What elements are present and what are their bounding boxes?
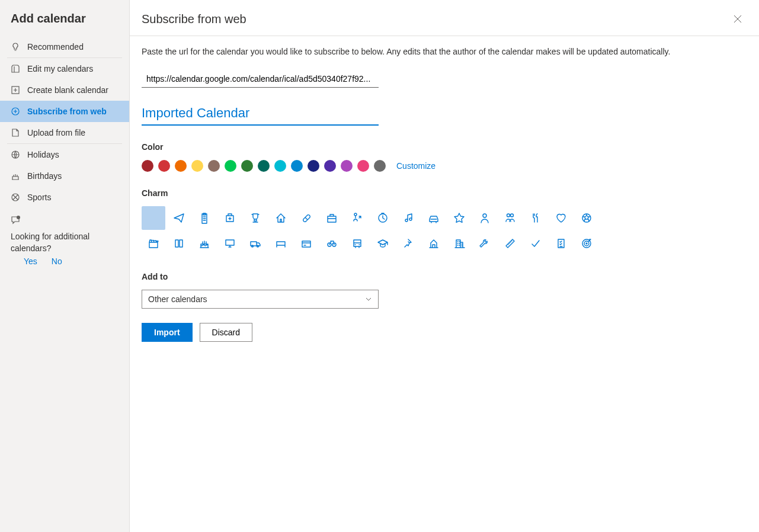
addto-value: Other calendars	[148, 294, 207, 304]
sidebar-item-birthdays[interactable]: Birthdays	[0, 165, 129, 187]
charm-soccer-icon[interactable]	[575, 206, 598, 230]
charm-wrench-icon[interactable]	[473, 232, 497, 255]
charm-briefcase-icon[interactable]	[320, 206, 344, 230]
charm-book-icon[interactable]	[167, 232, 191, 255]
sidebar-item-sports[interactable]: Sports	[0, 187, 129, 208]
customize-link[interactable]: Customize	[396, 161, 435, 171]
sidebar-item-label: Upload from file	[27, 128, 85, 137]
main-header: Subscribe from web	[130, 0, 759, 36]
color-swatch-6[interactable]	[241, 160, 253, 172]
charm-star-icon[interactable]	[447, 206, 471, 230]
charm-home-icon[interactable]	[269, 206, 293, 230]
sidebar: Add calendar Recommended Edit my calenda…	[0, 0, 130, 532]
addto-label: Add to	[142, 272, 747, 281]
page-title: Subscribe from web	[142, 12, 246, 26]
svg-point-4	[17, 216, 20, 219]
charm-fork-icon[interactable]	[524, 206, 547, 230]
close-button[interactable]	[731, 12, 745, 26]
charm-bus-icon[interactable]	[345, 232, 369, 255]
color-swatch-2[interactable]	[175, 160, 187, 172]
charm-pill-icon[interactable]	[294, 206, 318, 230]
charm-firstaid-icon[interactable]	[218, 206, 242, 230]
sidebar-footer: Looking for additional calendars? Yes No	[0, 208, 129, 273]
web-icon	[11, 107, 20, 116]
charm-target-icon[interactable]	[575, 232, 598, 255]
charm-heart-icon[interactable]	[549, 206, 573, 230]
sidebar-item-label: Edit my calendars	[27, 64, 93, 73]
color-swatch-0[interactable]	[142, 160, 153, 172]
chevron-down-icon	[365, 296, 372, 303]
color-swatch-5[interactable]	[225, 160, 236, 172]
color-picker: Customize	[142, 160, 747, 172]
charm-check-icon[interactable]	[524, 232, 547, 255]
charm-monitor-icon[interactable]	[218, 232, 242, 255]
charm-clapper-icon[interactable]	[142, 232, 165, 255]
charm-clock-icon[interactable]	[371, 206, 395, 230]
sidebar-item-label: Subscribe from web	[27, 107, 107, 116]
calendar-name-input[interactable]	[142, 102, 379, 126]
color-swatch-3[interactable]	[191, 160, 203, 172]
charm-pin-icon[interactable]	[396, 232, 420, 255]
charm-checklist-icon[interactable]	[549, 232, 573, 255]
sidebar-item-label: Recommended	[27, 42, 84, 52]
color-swatch-9[interactable]	[291, 160, 303, 172]
charm-construction-icon[interactable]	[422, 232, 446, 255]
color-swatch-10[interactable]	[308, 160, 319, 172]
upload-icon	[11, 128, 20, 137]
color-label: Color	[142, 142, 747, 152]
charm-none-icon[interactable]	[142, 206, 165, 230]
sidebar-item-label: Birthdays	[27, 171, 62, 181]
charm-grad-icon[interactable]	[371, 232, 395, 255]
sports-icon	[11, 193, 20, 202]
sidebar-item-label: Sports	[27, 193, 51, 202]
charm-picker	[142, 206, 616, 255]
color-swatch-12[interactable]	[341, 160, 353, 172]
feedback-icon	[11, 215, 119, 227]
footer-no-link[interactable]: No	[52, 257, 62, 266]
sidebar-item-edit[interactable]: Edit my calendars	[0, 58, 129, 79]
charm-plane-icon[interactable]	[167, 206, 191, 230]
sidebar-title: Add calendar	[0, 0, 129, 36]
url-input[interactable]	[142, 70, 379, 88]
color-swatch-11[interactable]	[324, 160, 336, 172]
color-swatch-7[interactable]	[258, 160, 270, 172]
charm-ticket-icon[interactable]	[269, 232, 293, 255]
charm-building-icon[interactable]	[447, 232, 471, 255]
sidebar-item-holidays[interactable]: Holidays	[0, 144, 129, 165]
charm-label: Charm	[142, 188, 747, 198]
sidebar-item-label: Create blank calendar	[27, 85, 108, 95]
charm-music-icon[interactable]	[396, 206, 420, 230]
edit-icon	[11, 64, 20, 73]
main-panel: Subscribe from web Paste the url for the…	[130, 0, 759, 532]
charm-connect-icon[interactable]	[345, 206, 369, 230]
sidebar-item-recommended[interactable]: Recommended	[0, 36, 129, 57]
charm-person-icon[interactable]	[473, 206, 497, 230]
charm-creditcard-icon[interactable]	[294, 232, 318, 255]
description-text: Paste the url for the calendar you would…	[142, 47, 747, 56]
color-swatch-8[interactable]	[274, 160, 286, 172]
charm-van-icon[interactable]	[244, 232, 267, 255]
color-swatch-4[interactable]	[208, 160, 220, 172]
sidebar-item-upload[interactable]: Upload from file	[0, 122, 129, 143]
charm-clipboard-icon[interactable]	[193, 206, 216, 230]
lightbulb-icon	[11, 42, 20, 52]
charm-cake-icon[interactable]	[193, 232, 216, 255]
addto-select[interactable]: Other calendars	[142, 290, 379, 309]
import-button[interactable]: Import	[142, 323, 193, 342]
discard-button[interactable]: Discard	[200, 323, 252, 342]
globe-icon	[11, 150, 20, 159]
color-swatch-1[interactable]	[158, 160, 170, 172]
charm-trophy-icon[interactable]	[244, 206, 267, 230]
sidebar-item-subscribe[interactable]: Subscribe from web	[0, 101, 129, 122]
color-swatch-14[interactable]	[374, 160, 386, 172]
sidebar-item-create[interactable]: Create blank calendar	[0, 79, 129, 101]
charm-ruler-icon[interactable]	[498, 232, 522, 255]
charm-cycle-icon[interactable]	[320, 232, 344, 255]
cake-icon	[11, 171, 20, 181]
charm-car-icon[interactable]	[422, 206, 446, 230]
create-icon	[11, 85, 20, 95]
charm-people-icon[interactable]	[498, 206, 522, 230]
color-swatch-13[interactable]	[357, 160, 369, 172]
sidebar-item-label: Holidays	[27, 150, 59, 159]
footer-yes-link[interactable]: Yes	[24, 257, 37, 266]
